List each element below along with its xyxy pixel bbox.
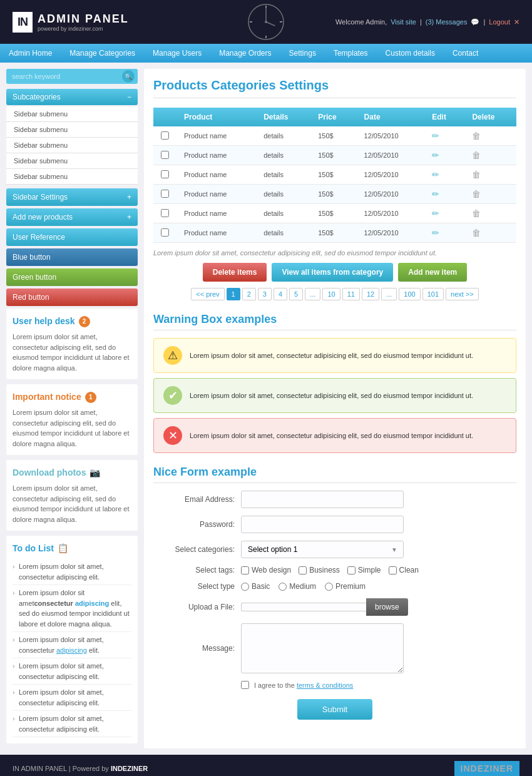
page-12[interactable]: 12 xyxy=(362,288,379,300)
page-101[interactable]: 101 xyxy=(422,288,444,300)
type-basic[interactable]: Basic xyxy=(241,582,270,591)
page-10[interactable]: 10 xyxy=(322,288,340,300)
blue-button[interactable]: Blue button xyxy=(6,248,138,266)
add-new-button[interactable]: Add new item xyxy=(398,263,467,282)
delete-icon-4[interactable]: 🗑 xyxy=(472,208,481,218)
page-dots-2[interactable]: ... xyxy=(381,288,397,300)
subcategories-section[interactable]: Subcategories − xyxy=(6,89,138,105)
checkbox-business[interactable] xyxy=(299,566,307,574)
row-checkbox-4[interactable] xyxy=(161,209,169,217)
radio-premium[interactable] xyxy=(325,583,333,591)
categories-select[interactable]: Select option 1 Option 2 Option 3 xyxy=(241,541,404,558)
page-4[interactable]: 4 xyxy=(274,288,287,300)
notice-title: Important notice 1 xyxy=(13,391,131,404)
row-checkbox-1[interactable] xyxy=(161,151,169,159)
prev-page[interactable]: << prev xyxy=(191,288,224,300)
product-name-0: Product name xyxy=(176,126,256,146)
delete-icon-1[interactable]: 🗑 xyxy=(472,150,481,160)
next-page[interactable]: next >> xyxy=(446,288,479,300)
visit-site-link[interactable]: Visit site xyxy=(391,18,416,26)
radio-basic[interactable] xyxy=(241,583,249,591)
product-date-5: 12/05/2010 xyxy=(357,223,425,243)
warning-red: ✕ Lorem ipsum dolor sit amet, consectetu… xyxy=(153,418,516,453)
checkbox-simple[interactable] xyxy=(347,566,356,574)
row-checkbox-5[interactable] xyxy=(161,228,169,237)
edit-icon-2[interactable]: ✏ xyxy=(432,170,439,180)
browse-button[interactable]: browse xyxy=(366,598,408,616)
nav-item-manage-users[interactable]: Manage Users xyxy=(144,44,210,63)
main: 🔍 Subcategories − Sidebar submenu Sideba… xyxy=(0,63,532,755)
page-5[interactable]: 5 xyxy=(289,288,303,300)
terms-checkbox[interactable] xyxy=(241,681,249,689)
user-reference-btn[interactable]: User Reference xyxy=(6,228,138,246)
notice-badge: 1 xyxy=(85,392,96,403)
nav-item-contact[interactable]: Contact xyxy=(444,44,487,63)
message-textarea[interactable] xyxy=(241,623,404,673)
logo-sub: powered by indeziner.com xyxy=(38,26,129,32)
table-header-check xyxy=(153,108,176,126)
submit-button[interactable]: Submit xyxy=(297,699,372,720)
green-button[interactable]: Green button xyxy=(6,268,138,286)
error-icon: ✕ xyxy=(163,426,182,445)
sidebar-submenu-2[interactable]: Sidebar submenu xyxy=(6,122,138,138)
type-premium[interactable]: Premium xyxy=(325,582,366,591)
edit-icon-5[interactable]: ✏ xyxy=(432,228,439,238)
sidebar-submenu-1[interactable]: Sidebar submenu xyxy=(6,106,138,122)
page-2[interactable]: 2 xyxy=(242,288,256,300)
page-dots-1[interactable]: ... xyxy=(305,288,320,300)
checkbox-webdesign[interactable] xyxy=(241,566,249,574)
sidebar-settings-btn[interactable]: Sidebar Settings + xyxy=(6,188,138,206)
email-input[interactable] xyxy=(241,491,404,508)
subcategories-label: Subcategories xyxy=(13,93,61,101)
table-row: Product name details 150$ 12/05/2010 ✏ 🗑 xyxy=(153,223,516,243)
delete-icon-0[interactable]: 🗑 xyxy=(472,131,481,141)
edit-icon-0[interactable]: ✏ xyxy=(432,131,439,141)
nav-item-settings[interactable]: Settings xyxy=(280,44,325,63)
tag-business[interactable]: Business xyxy=(299,566,340,574)
categories-select-wrapper: Select option 1 Option 2 Option 3 xyxy=(241,541,404,558)
file-input-display xyxy=(241,603,366,611)
checkbox-clean[interactable] xyxy=(389,566,397,574)
delete-icon-5[interactable]: 🗑 xyxy=(472,228,481,238)
radio-medium[interactable] xyxy=(279,583,287,591)
messages-link[interactable]: (3) Messages xyxy=(426,18,468,26)
edit-icon-4[interactable]: ✏ xyxy=(432,208,439,218)
download-widget: Download photos 📷 Lorem ipsum dolor sit … xyxy=(6,460,138,531)
nav-item-custom-details[interactable]: Custom details xyxy=(377,44,444,63)
page-1[interactable]: 1 xyxy=(227,288,240,300)
edit-icon-3[interactable]: ✏ xyxy=(432,189,439,199)
nav-item-admin-home[interactable]: Admin Home xyxy=(0,44,61,63)
product-date-0: 12/05/2010 xyxy=(357,126,425,146)
tag-simple[interactable]: Simple xyxy=(347,566,381,574)
nav-item-manage-orders[interactable]: Manage Orders xyxy=(210,44,280,63)
type-medium[interactable]: Medium xyxy=(279,582,316,591)
nav-item-manage-categories[interactable]: Manage Categories xyxy=(61,44,144,63)
password-input[interactable] xyxy=(241,516,404,533)
view-all-button[interactable]: View all items from category xyxy=(272,263,393,282)
edit-icon-1[interactable]: ✏ xyxy=(432,150,439,160)
red-button[interactable]: Red button xyxy=(6,288,138,306)
row-checkbox-0[interactable] xyxy=(161,131,169,140)
table-row: Product name details 150$ 12/05/2010 ✏ 🗑 xyxy=(153,204,516,223)
row-checkbox-3[interactable] xyxy=(161,190,169,198)
nav-item-templates[interactable]: Templates xyxy=(325,44,377,63)
row-checkbox-2[interactable] xyxy=(161,170,169,178)
search-button[interactable]: 🔍 xyxy=(122,70,135,83)
tag-clean[interactable]: Clean xyxy=(389,566,419,574)
form-section: Nice Form example Email Address: Passwor… xyxy=(153,466,516,720)
delete-items-button[interactable]: Delete items xyxy=(203,263,267,282)
table-header-product: Product xyxy=(176,108,256,126)
page-100[interactable]: 100 xyxy=(399,288,420,300)
sidebar-submenu-5[interactable]: Sidebar submenu xyxy=(6,169,138,185)
logout-link[interactable]: Logout xyxy=(489,18,510,26)
delete-icon-3[interactable]: 🗑 xyxy=(472,189,481,199)
page-11[interactable]: 11 xyxy=(342,288,360,300)
search-input[interactable] xyxy=(9,70,122,83)
delete-icon-2[interactable]: 🗑 xyxy=(472,170,481,180)
terms-link[interactable]: terms & conditions xyxy=(297,682,353,689)
page-3[interactable]: 3 xyxy=(258,288,272,300)
add-products-btn[interactable]: Add new products + xyxy=(6,208,138,226)
sidebar-submenu-4[interactable]: Sidebar submenu xyxy=(6,153,138,169)
sidebar-submenu-3[interactable]: Sidebar submenu xyxy=(6,138,138,153)
tag-webdesign[interactable]: Web design xyxy=(241,566,291,574)
